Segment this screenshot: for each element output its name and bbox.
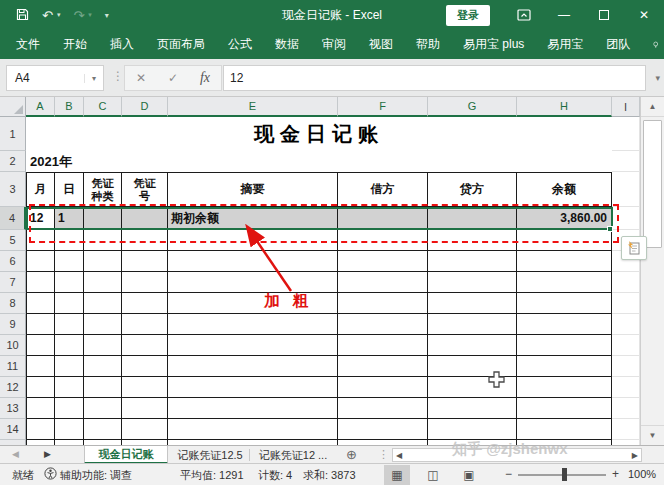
cell[interactable] [612,272,640,293]
insert-function-icon[interactable]: fx [189,70,221,86]
row-header-4[interactable]: 4 [0,207,26,230]
cell[interactable] [168,314,338,335]
cell[interactable] [612,356,640,377]
row-header[interactable]: 13 [0,398,26,419]
cell[interactable] [338,335,428,356]
row-header[interactable]: 6 [0,251,26,272]
cell[interactable] [168,398,338,419]
sheet-tab-3[interactable]: 记账凭证12 ... [252,446,334,464]
cell[interactable] [122,335,168,356]
row-header[interactable]: 14 [0,419,26,440]
header-cell-month[interactable]: 月 [26,172,55,207]
cell[interactable] [26,419,55,440]
cell[interactable] [428,398,517,419]
cell[interactable] [338,293,428,314]
name-box[interactable]: A4 ▾ [6,65,104,91]
view-normal-button[interactable]: ▦ [384,465,410,485]
save-icon[interactable] [16,8,29,23]
select-all-corner[interactable] [0,97,26,117]
cell[interactable] [168,335,338,356]
year-cell[interactable]: 2021年 [26,151,612,172]
formula-bar-splitter[interactable]: ⋮ [112,69,124,83]
cell[interactable] [517,356,612,377]
sheet-title-cell[interactable]: 现金日记账 [26,117,612,151]
zoom-level[interactable]: 100% [628,468,656,480]
cell-f4-debit[interactable] [338,207,428,230]
sheet-tab-2[interactable]: 记账凭证12.5 [172,446,248,464]
cell[interactable] [338,419,428,440]
column-header-g[interactable]: G [428,97,517,117]
cell[interactable] [55,419,84,440]
cell[interactable] [84,398,122,419]
cell-c4-voucher-type[interactable] [84,207,122,230]
cell[interactable] [26,377,55,398]
ribbon-display-options-icon[interactable] [504,0,544,30]
column-header-a[interactable]: A [26,97,55,117]
cell[interactable] [55,293,84,314]
row-header[interactable]: 11 [0,356,26,377]
cell[interactable] [55,377,84,398]
cell[interactable] [122,419,168,440]
column-header-c[interactable]: C [84,97,122,117]
cell[interactable] [517,251,612,272]
cell[interactable] [55,272,84,293]
cell[interactable] [84,272,122,293]
cell[interactable] [612,335,640,356]
column-header-h[interactable]: H [517,97,612,117]
cell[interactable] [84,419,122,440]
column-header-b[interactable]: B [55,97,84,117]
cell[interactable] [168,419,338,440]
vertical-scrollbar[interactable]: ▲ ▼ [640,97,664,445]
cell[interactable] [428,230,517,251]
cell[interactable] [55,356,84,377]
header-cell-balance[interactable]: 余额 [517,172,612,207]
login-button[interactable]: 登录 [446,5,490,26]
undo-dropdown-icon[interactable]: ▾ [57,11,61,19]
ribbon-tab-review[interactable]: 审阅 [322,36,346,53]
cell[interactable] [168,293,338,314]
maximize-button[interactable] [584,0,624,30]
scroll-down-icon[interactable]: ▼ [641,425,664,445]
cell[interactable] [122,314,168,335]
cell[interactable] [55,251,84,272]
sheet-tab-active[interactable]: 现金日记账 [84,446,168,464]
cell[interactable] [122,398,168,419]
header-cell-debit[interactable]: 借方 [338,172,428,207]
row-header[interactable]: 9 [0,314,26,335]
cell-a4-month[interactable]: 12 [26,207,55,230]
add-sheet-icon[interactable]: ⊕ [346,447,357,462]
cell[interactable] [517,377,612,398]
cell[interactable] [517,398,612,419]
cell[interactable] [84,356,122,377]
formula-input[interactable]: 12 [223,65,646,91]
ribbon-tab-home[interactable]: 开始 [63,36,87,53]
cell[interactable] [338,314,428,335]
cell[interactable] [26,272,55,293]
cell-b4-day[interactable]: 1 [55,207,84,230]
ribbon-tab-team[interactable]: 团队 [606,36,630,53]
cancel-icon[interactable]: ✕ [125,71,157,85]
header-cell-day[interactable]: 日 [55,172,84,207]
cell[interactable] [26,335,55,356]
ribbon-tab-yiyongbao[interactable]: 易用宝 [547,36,583,53]
cell[interactable] [122,293,168,314]
cell[interactable] [517,230,612,251]
cell[interactable] [26,314,55,335]
cell[interactable] [338,230,428,251]
cell[interactable] [122,272,168,293]
cell[interactable] [26,293,55,314]
cell[interactable] [338,377,428,398]
column-header-d[interactable]: D [122,97,168,117]
cell[interactable] [122,356,168,377]
ribbon-tab-file[interactable]: 文件 [16,36,40,53]
ribbon-tab-insert[interactable]: 插入 [110,36,134,53]
scroll-up-icon[interactable]: ▲ [641,97,664,117]
cell[interactable] [84,293,122,314]
column-header-i[interactable]: I [612,97,640,117]
cell[interactable] [122,377,168,398]
cell[interactable] [84,230,122,251]
sheet-nav-left-icon[interactable]: ◀ [12,449,19,459]
column-header-f[interactable]: F [338,97,428,117]
ribbon-tab-view[interactable]: 视图 [369,36,393,53]
cell[interactable] [428,335,517,356]
